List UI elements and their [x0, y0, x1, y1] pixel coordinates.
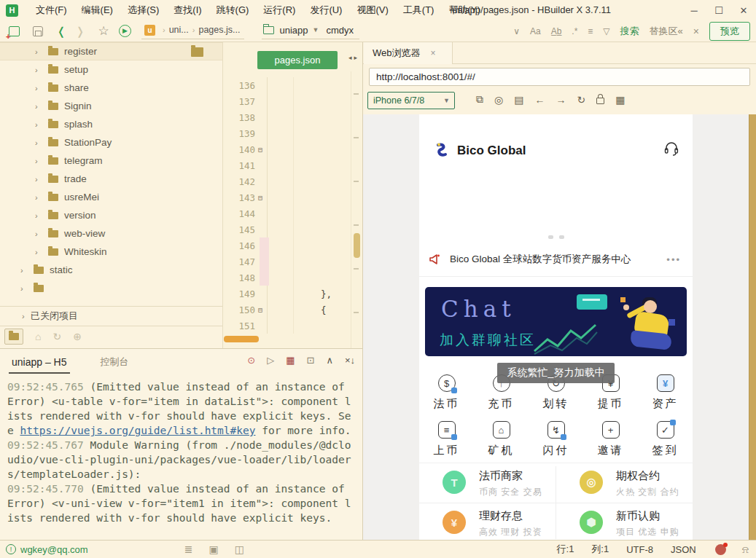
menu-run[interactable]: 运行(R)	[256, 1, 303, 20]
debug-icon[interactable]: ⊙	[247, 355, 255, 366]
project-view-button[interactable]	[4, 329, 23, 345]
url-input[interactable]: http://localhost:8001/#/	[369, 68, 750, 86]
preview-button[interactable]: 预览	[709, 22, 750, 41]
project-caret-icon[interactable]: ▼	[312, 26, 319, 34]
chevron-right-icon[interactable]: ›	[35, 157, 44, 165]
cursor-line[interactable]: 行:1	[557, 543, 574, 556]
tree-item-trade[interactable]: ›trade	[0, 170, 222, 188]
settings-icon[interactable]: ◎	[494, 94, 503, 106]
match-case-icon[interactable]: Aa	[530, 26, 541, 36]
console-settings-icon[interactable]: ⊡	[306, 355, 314, 366]
action-listing[interactable]: ≡上币	[419, 421, 474, 457]
encoding-label[interactable]: UTF-8	[626, 544, 653, 555]
project-selector[interactable]: uniapp	[279, 25, 308, 36]
favorite-icon[interactable]: ☆	[94, 23, 113, 39]
chevron-right-icon[interactable]: ›	[35, 248, 44, 256]
collapse-panel-icon[interactable]: ∧	[326, 355, 333, 366]
chevron-right-icon[interactable]: ›	[35, 193, 44, 202]
play-icon[interactable]: ▷	[267, 355, 274, 366]
menu-select[interactable]: 选择(S)	[120, 1, 166, 20]
nav-forward-icon[interactable]: ❭	[71, 25, 90, 38]
menu-tools[interactable]: 工具(T)	[396, 1, 442, 20]
tree-item-clipped[interactable]: ›	[0, 279, 222, 297]
tree-item-usremei[interactable]: ›usreMei	[0, 188, 222, 206]
customer-service-icon[interactable]	[663, 141, 679, 157]
back-icon[interactable]: ←	[534, 94, 545, 106]
stop-icon[interactable]: ▦	[286, 355, 295, 366]
regex-icon[interactable]: .*	[572, 26, 577, 36]
console-log[interactable]: 09:52:45.765 (Emitted value instead of a…	[7, 380, 357, 536]
menu-goto[interactable]: 跳转(G)	[209, 1, 257, 20]
search-button[interactable]: 搜索	[620, 25, 639, 38]
close-tab-icon[interactable]: ×	[431, 48, 436, 58]
outline-icon[interactable]: ≣	[184, 543, 193, 555]
chevron-right-icon[interactable]: ›	[35, 229, 44, 238]
chevron-right-icon[interactable]: ›	[35, 66, 44, 74]
chevron-right-icon[interactable]: ›	[20, 266, 29, 275]
chevron-right-icon[interactable]: ›	[22, 312, 31, 321]
fold-icon[interactable]: ⊟	[258, 146, 268, 154]
chat-banner[interactable]: Chat 加入群聊社区	[425, 287, 687, 356]
tree-item-signin[interactable]: ›Signin	[0, 97, 222, 115]
filter-icon[interactable]: ▽	[603, 26, 609, 36]
notification-icon[interactable]	[715, 544, 726, 555]
tree-item-register[interactable]: › register	[0, 42, 222, 60]
card-wealth[interactable]: ¥ 理财存息 高效 理财 投资	[419, 503, 556, 540]
minimize-button[interactable]: ─	[682, 0, 706, 20]
browser-tab[interactable]: Web浏览器 ×	[364, 42, 453, 64]
tree-item-whiteskin[interactable]: ›Whiteskin	[0, 243, 222, 261]
editor-tab-pagesjson[interactable]: pages.json	[257, 51, 338, 69]
chevron-right-icon[interactable]: ›	[20, 284, 29, 293]
log-link[interactable]: https://vuejs.org/guide/list.html#key	[20, 425, 255, 436]
menu-find[interactable]: 查找(I)	[166, 1, 209, 20]
browser-scrollbar[interactable]	[749, 114, 756, 540]
maximize-button[interactable]: ☐	[706, 0, 731, 20]
more-icon[interactable]: •••	[666, 254, 681, 265]
tree-item-setup[interactable]: ›setup	[0, 60, 222, 79]
structure-view-button[interactable]: ⌂	[35, 331, 41, 342]
chevron-right-icon[interactable]: ›	[35, 175, 44, 184]
device-selector[interactable]: iPhone 6/7/8 ▼	[367, 92, 455, 109]
console-tab-uniapp-h5[interactable]: uniapp – H5	[9, 350, 70, 374]
breadcrumb-project[interactable]: uni...	[169, 25, 189, 35]
settings-tree-button[interactable]: ⊕	[73, 331, 82, 342]
account-email[interactable]: wgkey@qq.com	[20, 544, 88, 555]
refresh-icon[interactable]: ↻	[577, 94, 585, 106]
new-file-icon[interactable]	[9, 26, 20, 36]
match-word-icon[interactable]: A̲b̲	[551, 26, 562, 36]
menu-publish[interactable]: 发行(U)	[303, 1, 349, 20]
cursor-col[interactable]: 列:1	[591, 543, 609, 556]
chevron-right-icon[interactable]: ›	[35, 84, 44, 93]
search-input[interactable]: cmdyx	[326, 25, 354, 36]
lock-icon[interactable]	[596, 98, 604, 104]
account-icon[interactable]: !	[6, 544, 16, 554]
bell-icon[interactable]: ⍾	[742, 543, 749, 556]
filetype-label[interactable]: JSON	[671, 544, 696, 555]
open-external-icon[interactable]: ⧉	[476, 93, 483, 106]
tree-item-version[interactable]: ›version	[0, 206, 222, 224]
fold-icon[interactable]: ⊟	[258, 194, 268, 202]
announcement-bar[interactable]: Bico Global 全球站数字货币资产服务中心 •••	[419, 248, 693, 271]
card-options-contract[interactable]: ◎ 期权合约 火热 交割 合约	[556, 463, 693, 503]
code-editor[interactable]: pages.json ◂▸ 136 137 138 139 140⊟ 141 1…	[222, 42, 362, 348]
action-invite[interactable]: +邀请	[583, 421, 638, 457]
clear-search-icon[interactable]: ×	[693, 25, 699, 37]
qrcode-icon[interactable]: ▦	[615, 94, 625, 106]
fold-icon[interactable]: ⊟	[258, 306, 268, 314]
chevron-right-icon[interactable]: ›	[35, 138, 44, 147]
replace-toggle[interactable]: 替换区«	[650, 25, 683, 38]
card-fiat-merchant[interactable]: T 法币商家 币商 安全 交易	[419, 463, 556, 503]
action-checkin[interactable]: ✓签到	[638, 421, 693, 457]
action-flashpay[interactable]: ↯闪付	[529, 421, 583, 457]
tree-item-share[interactable]: ›share	[0, 79, 222, 97]
tree-item-web-view[interactable]: ›web-view	[0, 224, 222, 243]
closed-projects-row[interactable]: › 已关闭项目	[0, 306, 222, 326]
menu-edit[interactable]: 编辑(E)	[74, 1, 120, 20]
forward-icon[interactable]: →	[556, 94, 566, 106]
tree-item-static[interactable]: ›static	[0, 261, 222, 279]
tree-item-telegram[interactable]: ›telegram	[0, 152, 222, 170]
chevron-right-icon[interactable]: ›	[35, 120, 44, 129]
breadcrumb-file[interactable]: pages.js...	[198, 25, 240, 35]
preview-pane-icon[interactable]: ▣	[209, 543, 218, 555]
close-panel-icon[interactable]: ×↓	[345, 355, 355, 366]
